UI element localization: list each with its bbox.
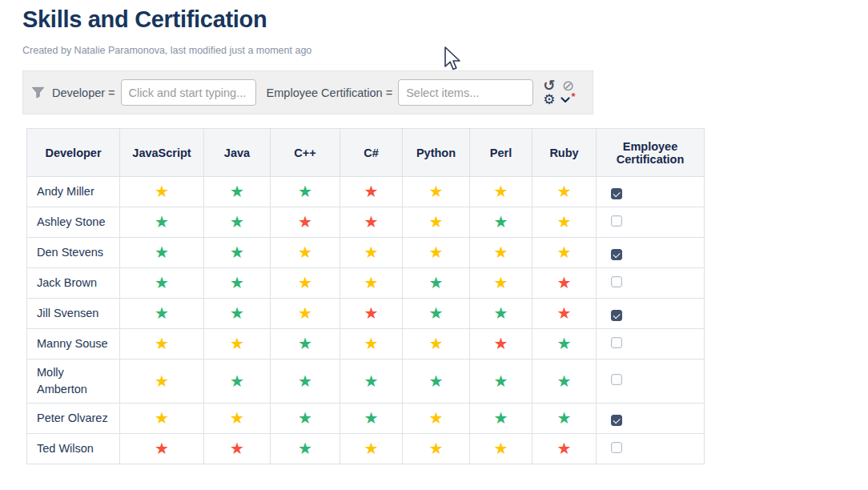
skill-rating-cell: ★ — [403, 207, 470, 238]
star-icon: ★ — [429, 305, 444, 321]
skill-rating-cell: ★ — [470, 434, 532, 464]
skill-rating-cell: ★ — [532, 268, 597, 299]
chevron-down-icon[interactable]: * — [561, 94, 575, 105]
column-header-developer[interactable]: Developer — [27, 129, 120, 177]
skill-rating-cell: ★ — [470, 329, 532, 359]
column-header-ruby[interactable]: Ruby — [532, 129, 597, 177]
skill-rating-cell: ★ — [532, 299, 597, 329]
star-icon: ★ — [494, 410, 508, 426]
star-icon: ★ — [230, 183, 244, 199]
skill-rating-cell: ★ — [532, 177, 597, 207]
star-icon: ★ — [230, 305, 244, 321]
star-icon: ★ — [429, 410, 444, 426]
skill-rating-cell: ★ — [271, 299, 340, 329]
certification-checkbox[interactable] — [611, 310, 622, 321]
skill-rating-cell: ★ — [403, 329, 470, 359]
certification-checkbox[interactable] — [611, 188, 622, 199]
star-icon: ★ — [364, 305, 379, 321]
column-header-javascript[interactable]: JavaScript — [120, 129, 204, 177]
skill-rating-cell: ★ — [532, 329, 597, 359]
skill-rating-cell: ★ — [204, 238, 271, 268]
star-icon: ★ — [364, 410, 379, 426]
certification-checkbox[interactable] — [611, 415, 622, 426]
skill-rating-cell: ★ — [204, 404, 271, 434]
skill-rating-cell: ★ — [340, 207, 403, 238]
gear-icon[interactable]: ⚙ — [543, 93, 555, 106]
skill-rating-cell: ★ — [470, 207, 532, 238]
table-row: Manny Souse★★★★★★★ — [27, 329, 705, 359]
star-icon: ★ — [364, 244, 379, 260]
star-icon: ★ — [429, 183, 444, 199]
star-icon: ★ — [494, 440, 508, 456]
star-icon: ★ — [429, 373, 444, 389]
star-icon: ★ — [298, 440, 312, 456]
skill-rating-cell: ★ — [271, 268, 340, 299]
star-icon: ★ — [494, 183, 508, 199]
star-icon: ★ — [364, 335, 379, 351]
developer-filter-input[interactable] — [121, 79, 256, 106]
certification-cell — [597, 329, 705, 359]
skill-rating-cell: ★ — [120, 299, 204, 329]
table-row: Jill Svensen★★★★★★★ — [27, 299, 705, 329]
skill-rating-cell: ★ — [403, 177, 470, 207]
star-icon: ★ — [364, 373, 379, 389]
star-icon: ★ — [230, 214, 244, 230]
skill-rating-cell: ★ — [340, 404, 403, 434]
skill-rating-cell: ★ — [204, 177, 271, 207]
developer-name: Jill Svensen — [27, 299, 120, 329]
column-header-c[interactable]: C# — [340, 129, 403, 177]
skill-rating-cell: ★ — [204, 268, 271, 299]
column-header-python[interactable]: Python — [403, 129, 470, 177]
star-icon: ★ — [557, 275, 572, 291]
certification-cell — [597, 404, 705, 434]
star-icon: ★ — [230, 244, 244, 260]
certification-checkbox[interactable] — [611, 442, 622, 453]
skill-rating-cell: ★ — [340, 299, 403, 329]
certification-checkbox[interactable] — [611, 337, 622, 348]
star-icon: ★ — [155, 214, 169, 230]
column-header-java[interactable]: Java — [204, 129, 271, 177]
star-icon: ★ — [429, 275, 444, 291]
developer-filter-label: Developer = — [52, 86, 115, 99]
skill-rating-cell: ★ — [120, 404, 204, 434]
star-icon: ★ — [557, 373, 572, 389]
skill-rating-cell: ★ — [271, 207, 340, 238]
star-icon: ★ — [230, 275, 244, 291]
skill-rating-cell: ★ — [403, 268, 470, 299]
certification-cell — [597, 177, 705, 207]
column-header-c[interactable]: C++ — [271, 129, 340, 177]
skill-rating-cell: ★ — [340, 268, 403, 299]
skill-rating-cell: ★ — [470, 177, 532, 207]
skill-rating-cell: ★ — [470, 299, 532, 329]
skill-rating-cell: ★ — [120, 359, 204, 404]
certification-checkbox[interactable] — [611, 374, 622, 385]
table-row: Ashley Stone★★★★★★★ — [27, 207, 705, 238]
star-icon: ★ — [364, 214, 379, 230]
certification-checkbox[interactable] — [611, 276, 622, 287]
skill-rating-cell: ★ — [340, 434, 403, 464]
certification-filter-select[interactable] — [398, 79, 533, 106]
star-icon: ★ — [557, 335, 572, 351]
star-icon: ★ — [298, 275, 312, 291]
skill-rating-cell: ★ — [403, 404, 470, 434]
column-header-employee-certification[interactable]: Employee Certification — [597, 129, 705, 177]
skill-rating-cell: ★ — [340, 238, 403, 268]
certification-cell — [597, 268, 705, 299]
star-icon: ★ — [230, 335, 244, 351]
certification-filter-label: Employee Certification = — [267, 86, 393, 99]
table-body: Andy Miller★★★★★★★Ashley Stone★★★★★★★Den… — [27, 177, 705, 464]
certification-checkbox[interactable] — [611, 249, 622, 260]
skill-rating-cell: ★ — [204, 207, 271, 238]
filter-actions: ↺ ⊘ ⚙ * — [543, 78, 575, 106]
skill-rating-cell: ★ — [204, 329, 271, 359]
skill-rating-cell: ★ — [340, 177, 403, 207]
column-header-perl[interactable]: Perl — [470, 129, 532, 177]
skill-rating-cell: ★ — [403, 434, 470, 464]
certification-checkbox[interactable] — [611, 215, 622, 227]
star-icon: ★ — [155, 183, 169, 199]
star-icon: ★ — [230, 440, 244, 456]
skill-rating-cell: ★ — [271, 359, 340, 404]
skill-rating-cell: ★ — [532, 404, 597, 434]
star-icon: ★ — [155, 335, 169, 351]
skill-rating-cell: ★ — [470, 359, 532, 404]
